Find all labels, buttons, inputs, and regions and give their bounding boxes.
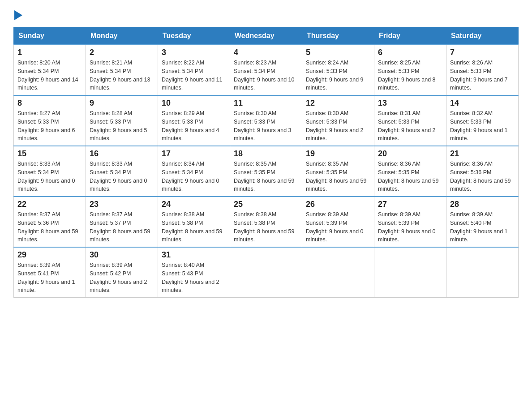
calendar-cell: 13 Sunrise: 8:31 AMSunset: 5:33 PMDaylig… xyxy=(374,95,446,146)
day-info: Sunrise: 8:32 AMSunset: 5:33 PMDaylight:… xyxy=(450,110,508,141)
day-number: 31 xyxy=(162,250,226,260)
calendar-cell: 4 Sunrise: 8:23 AMSunset: 5:34 PMDayligh… xyxy=(230,45,302,95)
day-number: 28 xyxy=(450,200,515,209)
day-number: 16 xyxy=(90,149,154,158)
calendar-cell xyxy=(230,247,302,298)
calendar-cell: 18 Sunrise: 8:35 AMSunset: 5:35 PMDaylig… xyxy=(230,146,302,197)
day-info: Sunrise: 8:34 AMSunset: 5:34 PMDaylight:… xyxy=(162,161,219,192)
calendar-cell: 28 Sunrise: 8:39 AMSunset: 5:40 PMDaylig… xyxy=(446,197,519,247)
weekday-header-friday: Friday xyxy=(374,27,446,45)
day-number: 25 xyxy=(234,200,298,209)
calendar-cell: 10 Sunrise: 8:29 AMSunset: 5:33 PMDaylig… xyxy=(158,95,230,146)
day-info: Sunrise: 8:39 AMSunset: 5:41 PMDaylight:… xyxy=(17,262,75,293)
day-info: Sunrise: 8:29 AMSunset: 5:33 PMDaylight:… xyxy=(162,110,219,141)
day-info: Sunrise: 8:27 AMSunset: 5:33 PMDaylight:… xyxy=(17,110,75,141)
week-row-5: 29 Sunrise: 8:39 AMSunset: 5:41 PMDaylig… xyxy=(14,247,519,298)
day-number: 18 xyxy=(234,149,298,158)
day-info: Sunrise: 8:25 AMSunset: 5:33 PMDaylight:… xyxy=(378,60,436,91)
day-number: 13 xyxy=(378,98,442,108)
calendar-cell: 12 Sunrise: 8:30 AMSunset: 5:33 PMDaylig… xyxy=(302,95,374,146)
day-number: 19 xyxy=(306,149,370,158)
day-info: Sunrise: 8:28 AMSunset: 5:33 PMDaylight:… xyxy=(90,110,147,141)
calendar-cell: 6 Sunrise: 8:25 AMSunset: 5:33 PMDayligh… xyxy=(374,45,446,95)
day-number: 3 xyxy=(162,48,226,57)
calendar-cell: 11 Sunrise: 8:30 AMSunset: 5:33 PMDaylig… xyxy=(230,95,302,146)
week-row-4: 22 Sunrise: 8:37 AMSunset: 5:36 PMDaylig… xyxy=(14,197,519,247)
week-row-2: 8 Sunrise: 8:27 AMSunset: 5:33 PMDayligh… xyxy=(14,95,519,146)
calendar-cell: 5 Sunrise: 8:24 AMSunset: 5:33 PMDayligh… xyxy=(302,45,374,95)
week-row-3: 15 Sunrise: 8:33 AMSunset: 5:34 PMDaylig… xyxy=(14,146,519,197)
weekday-header-monday: Monday xyxy=(86,27,158,45)
weekday-header-thursday: Thursday xyxy=(302,27,374,45)
calendar-cell: 21 Sunrise: 8:36 AMSunset: 5:36 PMDaylig… xyxy=(446,146,519,197)
page-header xyxy=(13,9,519,22)
calendar-cell: 1 Sunrise: 8:20 AMSunset: 5:34 PMDayligh… xyxy=(14,45,86,95)
day-info: Sunrise: 8:22 AMSunset: 5:34 PMDaylight:… xyxy=(162,60,223,91)
day-info: Sunrise: 8:38 AMSunset: 5:38 PMDaylight:… xyxy=(234,211,295,243)
weekday-header-wednesday: Wednesday xyxy=(230,27,302,45)
day-number: 14 xyxy=(450,98,515,108)
svg-marker-0 xyxy=(14,10,22,20)
calendar-cell: 27 Sunrise: 8:39 AMSunset: 5:39 PMDaylig… xyxy=(374,197,446,247)
day-number: 17 xyxy=(162,149,226,158)
logo-arrow-icon xyxy=(14,9,22,23)
calendar-cell: 19 Sunrise: 8:35 AMSunset: 5:35 PMDaylig… xyxy=(302,146,374,197)
day-number: 20 xyxy=(378,149,442,158)
day-number: 29 xyxy=(17,250,82,260)
calendar-cell: 24 Sunrise: 8:38 AMSunset: 5:38 PMDaylig… xyxy=(158,197,230,247)
day-info: Sunrise: 8:39 AMSunset: 5:39 PMDaylight:… xyxy=(306,211,364,243)
calendar-cell xyxy=(374,247,446,298)
calendar-cell: 26 Sunrise: 8:39 AMSunset: 5:39 PMDaylig… xyxy=(302,197,374,247)
weekday-header-sunday: Sunday xyxy=(14,27,86,45)
calendar-cell xyxy=(302,247,374,298)
calendar-cell: 2 Sunrise: 8:21 AMSunset: 5:34 PMDayligh… xyxy=(86,45,158,95)
day-number: 11 xyxy=(234,98,298,108)
day-info: Sunrise: 8:39 AMSunset: 5:39 PMDaylight:… xyxy=(378,211,436,243)
day-info: Sunrise: 8:30 AMSunset: 5:33 PMDaylight:… xyxy=(234,110,292,141)
day-info: Sunrise: 8:40 AMSunset: 5:43 PMDaylight:… xyxy=(162,262,219,293)
day-number: 6 xyxy=(378,48,442,57)
day-number: 21 xyxy=(450,149,515,158)
day-number: 5 xyxy=(306,48,370,57)
calendar-cell: 16 Sunrise: 8:33 AMSunset: 5:34 PMDaylig… xyxy=(86,146,158,197)
day-info: Sunrise: 8:36 AMSunset: 5:36 PMDaylight:… xyxy=(450,161,511,192)
calendar-cell: 20 Sunrise: 8:36 AMSunset: 5:35 PMDaylig… xyxy=(374,146,446,197)
day-number: 22 xyxy=(17,200,82,209)
day-info: Sunrise: 8:35 AMSunset: 5:35 PMDaylight:… xyxy=(234,161,295,192)
calendar-cell xyxy=(446,247,519,298)
day-info: Sunrise: 8:37 AMSunset: 5:36 PMDaylight:… xyxy=(17,211,78,243)
day-info: Sunrise: 8:33 AMSunset: 5:34 PMDaylight:… xyxy=(17,161,75,192)
day-number: 9 xyxy=(90,98,154,108)
weekday-header-saturday: Saturday xyxy=(446,27,519,45)
day-number: 10 xyxy=(162,98,226,108)
day-number: 1 xyxy=(17,48,82,57)
calendar-cell: 3 Sunrise: 8:22 AMSunset: 5:34 PMDayligh… xyxy=(158,45,230,95)
calendar-cell: 14 Sunrise: 8:32 AMSunset: 5:33 PMDaylig… xyxy=(446,95,519,146)
day-info: Sunrise: 8:36 AMSunset: 5:35 PMDaylight:… xyxy=(378,161,439,192)
calendar-cell: 22 Sunrise: 8:37 AMSunset: 5:36 PMDaylig… xyxy=(14,197,86,247)
calendar-table: SundayMondayTuesdayWednesdayThursdayFrid… xyxy=(13,27,519,298)
day-info: Sunrise: 8:26 AMSunset: 5:33 PMDaylight:… xyxy=(450,60,508,91)
day-number: 27 xyxy=(378,200,442,209)
day-info: Sunrise: 8:38 AMSunset: 5:38 PMDaylight:… xyxy=(162,211,223,243)
calendar-cell: 9 Sunrise: 8:28 AMSunset: 5:33 PMDayligh… xyxy=(86,95,158,146)
day-number: 26 xyxy=(306,200,370,209)
day-number: 7 xyxy=(450,48,515,57)
day-info: Sunrise: 8:33 AMSunset: 5:34 PMDaylight:… xyxy=(90,161,147,192)
day-number: 4 xyxy=(234,48,298,57)
day-info: Sunrise: 8:30 AMSunset: 5:33 PMDaylight:… xyxy=(306,110,364,141)
week-row-1: 1 Sunrise: 8:20 AMSunset: 5:34 PMDayligh… xyxy=(14,45,519,95)
calendar-cell: 23 Sunrise: 8:37 AMSunset: 5:37 PMDaylig… xyxy=(86,197,158,247)
day-info: Sunrise: 8:31 AMSunset: 5:33 PMDaylight:… xyxy=(378,110,436,141)
weekday-header-tuesday: Tuesday xyxy=(158,27,230,45)
day-number: 23 xyxy=(90,200,154,209)
calendar-cell: 30 Sunrise: 8:39 AMSunset: 5:42 PMDaylig… xyxy=(86,247,158,298)
calendar-cell: 8 Sunrise: 8:27 AMSunset: 5:33 PMDayligh… xyxy=(14,95,86,146)
calendar-cell: 25 Sunrise: 8:38 AMSunset: 5:38 PMDaylig… xyxy=(230,197,302,247)
day-info: Sunrise: 8:23 AMSunset: 5:34 PMDaylight:… xyxy=(234,60,295,91)
day-info: Sunrise: 8:21 AMSunset: 5:34 PMDaylight:… xyxy=(90,60,150,91)
day-info: Sunrise: 8:35 AMSunset: 5:35 PMDaylight:… xyxy=(306,161,367,192)
day-number: 24 xyxy=(162,200,226,209)
calendar-cell: 17 Sunrise: 8:34 AMSunset: 5:34 PMDaylig… xyxy=(158,146,230,197)
day-info: Sunrise: 8:37 AMSunset: 5:37 PMDaylight:… xyxy=(90,211,150,243)
